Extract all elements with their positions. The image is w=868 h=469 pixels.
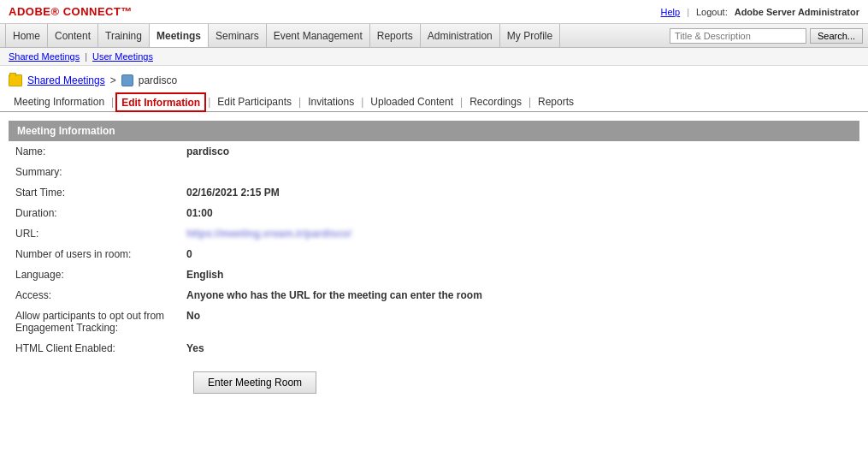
- tab-meeting-information[interactable]: Meeting Information: [9, 92, 109, 111]
- separator: |: [687, 7, 689, 17]
- table-row: Name: pardisco: [9, 141, 859, 162]
- top-right-nav: Help | Logout: Adobe Server Administrato…: [661, 7, 859, 17]
- search-input[interactable]: [670, 28, 806, 44]
- tab-invitations[interactable]: Invitations: [303, 92, 359, 111]
- table-row: HTML Client Enabled: Yes: [9, 338, 859, 359]
- logout-label: Logout:: [696, 7, 728, 17]
- table-row: Enter Meeting Room: [9, 359, 859, 398]
- field-value-engagement: No: [180, 306, 859, 338]
- field-value-start-time: 02/16/2021 2:15 PM: [180, 182, 859, 203]
- field-value-access: Anyone who has the URL for the meeting c…: [180, 285, 859, 306]
- table-row: URL: https://meeting.vream.ir/pardisco/: [9, 223, 859, 244]
- table-row: Start Time: 02/16/2021 2:15 PM: [9, 182, 859, 203]
- table-row: Duration: 01:00: [9, 203, 859, 223]
- path-current: pardisco: [139, 74, 177, 86]
- nav-seminars[interactable]: Seminars: [209, 24, 267, 47]
- meeting-icon: [121, 74, 133, 86]
- table-row: Summary:: [9, 162, 859, 182]
- field-label-users: Number of users in room:: [9, 244, 180, 264]
- breadcrumb-shared-meetings[interactable]: Shared Meetings: [9, 51, 80, 62]
- enter-btn-cell: Enter Meeting Room: [180, 359, 859, 398]
- nav-training[interactable]: Training: [98, 24, 150, 47]
- search-area: Search...: [670, 28, 863, 44]
- tab-edit-participants[interactable]: Edit Participants: [212, 92, 297, 111]
- path-shared-meetings[interactable]: Shared Meetings: [27, 74, 105, 86]
- nav-my-profile[interactable]: My Profile: [500, 24, 560, 47]
- enter-btn-spacer: [9, 359, 180, 398]
- section-header: Meeting Information: [9, 121, 859, 141]
- tab-reports[interactable]: Reports: [533, 92, 579, 111]
- tabs-row: Meeting Information | Edit Information |…: [0, 92, 868, 112]
- nav-bar: Home Content Training Meetings Seminars …: [0, 24, 868, 48]
- field-label-duration: Duration:: [9, 203, 180, 223]
- field-label-language: Language:: [9, 264, 180, 285]
- field-value-users: 0: [180, 244, 859, 264]
- nav-reports[interactable]: Reports: [370, 24, 421, 47]
- nav-content[interactable]: Content: [48, 24, 98, 47]
- admin-name: Adobe Server Administrator: [735, 7, 859, 17]
- tab-recordings[interactable]: Recordings: [464, 92, 527, 111]
- field-value-summary: [180, 162, 859, 182]
- meeting-info-table: Name: pardisco Summary: Start Time: 02/1…: [9, 141, 859, 398]
- field-label-summary: Summary:: [9, 162, 180, 182]
- nav-event-management[interactable]: Event Management: [267, 24, 370, 47]
- breadcrumb-separator: |: [85, 51, 87, 62]
- breadcrumb-bar: Shared Meetings | User Meetings: [0, 48, 868, 66]
- field-label-engagement: Allow participants to opt out from Engag…: [9, 306, 180, 338]
- enter-meeting-room-button[interactable]: Enter Meeting Room: [193, 371, 316, 394]
- search-button[interactable]: Search...: [810, 28, 863, 44]
- field-label-html-client: HTML Client Enabled:: [9, 338, 180, 359]
- field-value-language: English: [180, 264, 859, 285]
- logo: ADOBE® CONNECT™: [9, 5, 133, 18]
- nav-administration[interactable]: Administration: [421, 24, 500, 47]
- help-link[interactable]: Help: [661, 7, 681, 17]
- field-value-html-client: Yes: [180, 338, 859, 359]
- tab-uploaded-content[interactable]: Uploaded Content: [365, 92, 458, 111]
- path-row: Shared Meetings > pardisco: [0, 66, 868, 92]
- nav-home[interactable]: Home: [5, 24, 48, 47]
- top-bar: ADOBE® CONNECT™ Help | Logout: Adobe Ser…: [0, 0, 868, 24]
- field-label-url: URL:: [9, 223, 180, 244]
- breadcrumb-user-meetings[interactable]: User Meetings: [92, 51, 153, 62]
- field-value-url: https://meeting.vream.ir/pardisco/: [180, 223, 859, 244]
- url-value[interactable]: https://meeting.vream.ir/pardisco/: [186, 228, 351, 240]
- field-value-name: pardisco: [180, 141, 859, 162]
- content: Meeting Information Name: pardisco Summa…: [0, 112, 868, 407]
- tab-edit-information[interactable]: Edit Information: [115, 92, 206, 112]
- field-label-start-time: Start Time:: [9, 182, 180, 203]
- folder-icon: [9, 74, 22, 86]
- table-row: Number of users in room: 0: [9, 244, 859, 264]
- path-separator: >: [110, 74, 116, 86]
- table-row: Access: Anyone who has the URL for the m…: [9, 285, 859, 306]
- field-value-duration: 01:00: [180, 203, 859, 223]
- nav-meetings[interactable]: Meetings: [150, 24, 209, 47]
- table-row: Allow participants to opt out from Engag…: [9, 306, 859, 338]
- field-label-access: Access:: [9, 285, 180, 306]
- field-label-name: Name:: [9, 141, 180, 162]
- table-row: Language: English: [9, 264, 859, 285]
